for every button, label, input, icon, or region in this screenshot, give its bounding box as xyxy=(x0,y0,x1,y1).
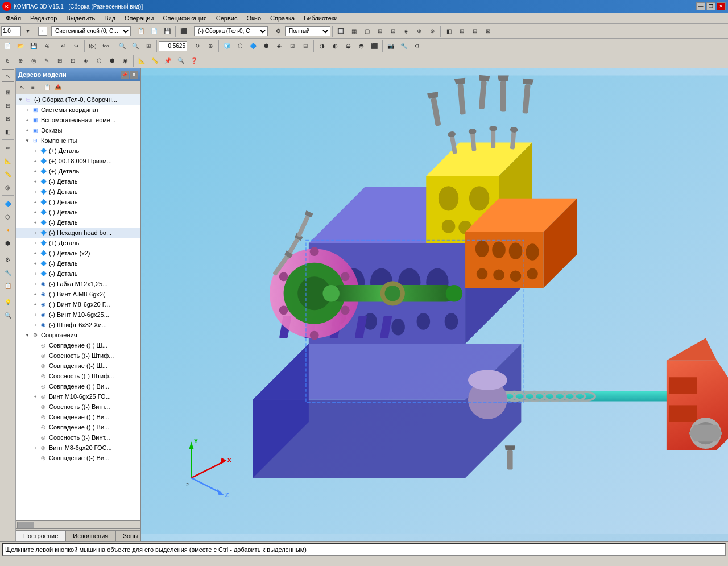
menu-window[interactable]: Окно xyxy=(242,14,266,23)
tree-c10[interactable]: · ◎ Соосность ((-) Винт... xyxy=(16,432,140,443)
tb-btn-view5[interactable]: ⊡ xyxy=(387,25,399,38)
tb-btn-1[interactable]: 📋 xyxy=(135,25,147,38)
expand-p6[interactable]: + xyxy=(32,199,39,205)
tb2-new[interactable]: 📄 xyxy=(1,40,14,52)
tb3-14[interactable]: 🔍 xyxy=(175,55,187,67)
tree-item-2[interactable]: + ▣ Вспомогательная геоме... xyxy=(16,115,140,125)
tb2-render3[interactable]: ◒ xyxy=(342,40,354,52)
menu-edit[interactable]: Редактор xyxy=(26,14,61,23)
menu-operations[interactable]: Операции xyxy=(120,14,158,23)
tb2-render4[interactable]: ◓ xyxy=(355,40,367,52)
vtb-5[interactable]: ✏ xyxy=(2,142,14,154)
tree-part-4[interactable]: + 🔷 (-) Деталь xyxy=(16,176,140,187)
tb-btn-s4[interactable]: ⊠ xyxy=(482,25,494,38)
expand-p7[interactable]: + xyxy=(32,209,39,216)
tb3-6[interactable]: ⊡ xyxy=(67,55,79,67)
tb2-extra3[interactable]: ⚙ xyxy=(411,40,423,52)
tree-std-2[interactable]: + ◉ (-) Винт А.М8-6gx2( xyxy=(16,289,140,299)
tb3-3[interactable]: ◎ xyxy=(27,55,40,67)
tree-part-8[interactable]: + 🔷 (-) Деталь xyxy=(16,217,140,228)
expand-s3[interactable]: + xyxy=(32,301,39,308)
expand-p11[interactable]: + xyxy=(32,260,39,267)
expand-p10[interactable]: + xyxy=(32,250,39,257)
tb2-3d4[interactable]: ⬢ xyxy=(260,40,272,52)
scale-input[interactable] xyxy=(1,26,21,36)
tree-part-1[interactable]: + 🔷 (+) Деталь xyxy=(16,146,140,156)
tb-btn-2[interactable]: 📄 xyxy=(148,25,160,38)
restore-button[interactable]: ❐ xyxy=(706,2,715,10)
vtb-7[interactable]: 📏 xyxy=(2,168,14,180)
vtb-15[interactable]: 📋 xyxy=(2,279,14,292)
tree-tb-3[interactable]: 📋 xyxy=(42,82,52,93)
expand-p4[interactable]: + xyxy=(32,178,39,185)
tree-std-3[interactable]: + ◉ (-) Винт М8-6gx20 Г... xyxy=(16,299,140,309)
tb3-1[interactable]: 🖱 xyxy=(1,55,14,67)
tb-btn-s1[interactable]: ◧ xyxy=(442,25,455,38)
viewport[interactable]: Y X Z 2 xyxy=(141,68,728,541)
tab-build[interactable]: Построение xyxy=(16,530,65,541)
vtb-8[interactable]: ◎ xyxy=(2,181,14,193)
tb2-save[interactable]: 💾 xyxy=(27,40,40,52)
tb2-extra1[interactable]: 📷 xyxy=(384,40,397,52)
tree-c8[interactable]: · ◎ Совпадение ((-) Ви... xyxy=(16,412,140,422)
vtb-6[interactable]: 📐 xyxy=(2,155,14,167)
tree-part-5[interactable]: + 🔷 (-) Деталь xyxy=(16,187,140,197)
tree-part-6[interactable]: + 🔷 (-) Деталь xyxy=(16,197,140,207)
tree-part-2[interactable]: + 🔷 (+) 00.18.009 Призм... xyxy=(16,156,140,166)
tree-std-4[interactable]: + ◉ (-) Винт М10-6gx25... xyxy=(16,309,140,320)
vtb-11[interactable]: 🔸 xyxy=(2,224,14,236)
tree-c9[interactable]: · ◎ Совпадение ((-) Ви... xyxy=(16,422,140,432)
tb2-rotate[interactable]: ↻ xyxy=(191,40,204,52)
tree-c2[interactable]: · ◎ Соосность ((-) Штиф... xyxy=(16,350,140,361)
state-combo[interactable]: (-) Сборка (Тел-0, С xyxy=(194,26,268,36)
tb-btn-3[interactable]: 💾 xyxy=(161,25,173,38)
expand-2[interactable]: + xyxy=(24,117,31,123)
tree-part-7[interactable]: + 🔷 (-) Деталь xyxy=(16,207,140,217)
tb-btn-arrow[interactable]: ▼ xyxy=(22,25,34,38)
tb-btn-view2[interactable]: ▦ xyxy=(348,25,360,38)
tab-exec[interactable]: Исполнения xyxy=(65,530,115,541)
tb-btn-view4[interactable]: ⊞ xyxy=(374,25,386,38)
expand-p5[interactable]: + xyxy=(32,188,39,195)
tree-tb-1[interactable]: ↖ xyxy=(17,82,27,93)
tree-std-1[interactable]: + ◉ (-) Гайка M12x1,25... xyxy=(16,279,140,289)
tb2-render2[interactable]: ◐ xyxy=(329,40,341,52)
expand-s4[interactable]: + xyxy=(32,311,39,318)
tree-c7[interactable]: · ◎ Соосность ((-) Винт... xyxy=(16,402,140,412)
tb-btn-s3[interactable]: ⊟ xyxy=(469,25,481,38)
close-button[interactable]: ✕ xyxy=(717,2,726,10)
expand-s2[interactable]: + xyxy=(32,291,39,298)
tree-item-3[interactable]: + ▣ Эскизы xyxy=(16,125,140,135)
vtb-17[interactable]: 🔍 xyxy=(2,309,14,321)
menu-view[interactable]: Вид xyxy=(100,14,120,23)
expand-p8[interactable]: + xyxy=(32,219,39,226)
tb2-extra2[interactable]: 🔧 xyxy=(398,40,410,52)
expand-1[interactable]: + xyxy=(24,106,31,113)
expand-c11[interactable]: + xyxy=(32,444,39,451)
expand-p9[interactable]: + xyxy=(32,239,39,246)
vtb-10[interactable]: ⬡ xyxy=(2,210,14,223)
tree-part-3[interactable]: + 🔷 (+) Деталь xyxy=(16,166,140,176)
tb-btn-view7[interactable]: ⊕ xyxy=(413,25,425,38)
view-combo[interactable]: Полный xyxy=(285,26,330,36)
menu-select[interactable]: Выделить xyxy=(61,14,100,23)
tb3-12[interactable]: 📏 xyxy=(148,55,161,67)
tb3-2[interactable]: ⊕ xyxy=(14,55,27,67)
tb-btn-view1[interactable]: 🔲 xyxy=(334,25,347,38)
tb2-3d1[interactable]: 🧊 xyxy=(221,40,233,52)
expand-p3[interactable]: + xyxy=(32,168,39,175)
vtb-2[interactable]: ⊟ xyxy=(2,99,14,111)
tb3-15[interactable]: ❓ xyxy=(188,55,200,67)
tb3-7[interactable]: ◈ xyxy=(80,55,92,67)
tb2-3d2[interactable]: ⬡ xyxy=(234,40,246,52)
tree-tb-4[interactable]: 📤 xyxy=(53,82,63,93)
menu-spec[interactable]: Спецификация xyxy=(159,14,212,23)
tb3-8[interactable]: ⬡ xyxy=(93,55,105,67)
tb-btn-view6[interactable]: ◈ xyxy=(400,25,412,38)
tree-part-10[interactable]: + 🔷 (-) Деталь (x2) xyxy=(16,248,140,258)
tb3-10[interactable]: ◉ xyxy=(119,55,131,67)
vtb-13[interactable]: ⚙ xyxy=(2,253,14,266)
tree-part-9[interactable]: + 🔷 (+) Деталь xyxy=(16,238,140,248)
tree-c6[interactable]: + ◎ Винт М10-6gx25 ГО... xyxy=(16,391,140,402)
expand-p2[interactable]: + xyxy=(32,158,39,164)
